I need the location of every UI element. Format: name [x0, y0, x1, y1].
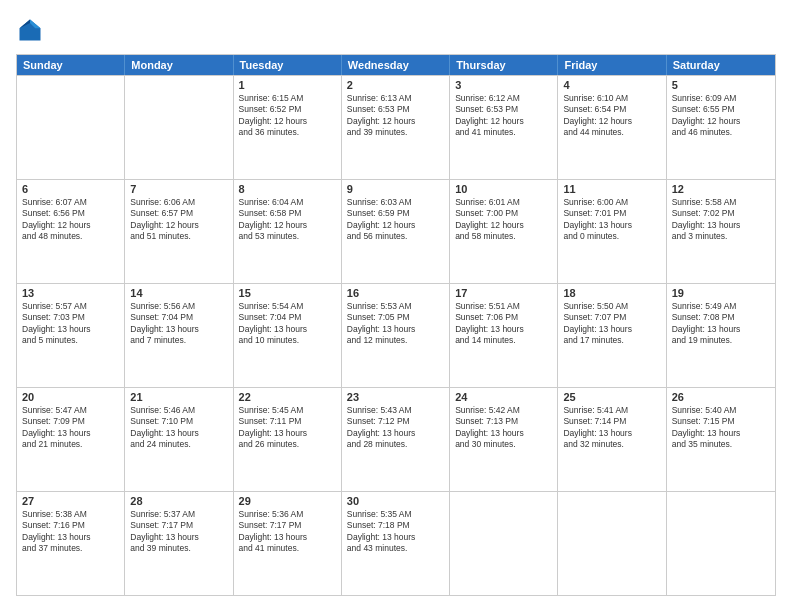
day-content: Sunrise: 5:49 AM Sunset: 7:08 PM Dayligh…	[672, 301, 770, 347]
day-content: Sunrise: 5:43 AM Sunset: 7:12 PM Dayligh…	[347, 405, 444, 451]
day-content: Sunrise: 5:47 AM Sunset: 7:09 PM Dayligh…	[22, 405, 119, 451]
day-number: 17	[455, 287, 552, 299]
day-number: 14	[130, 287, 227, 299]
week-row-4: 20Sunrise: 5:47 AM Sunset: 7:09 PM Dayli…	[17, 387, 775, 491]
day-number: 25	[563, 391, 660, 403]
empty-cell	[667, 492, 775, 595]
calendar-body: 1Sunrise: 6:15 AM Sunset: 6:52 PM Daylig…	[17, 75, 775, 595]
week-row-2: 6Sunrise: 6:07 AM Sunset: 6:56 PM Daylig…	[17, 179, 775, 283]
day-cell-26: 26Sunrise: 5:40 AM Sunset: 7:15 PM Dayli…	[667, 388, 775, 491]
day-cell-1: 1Sunrise: 6:15 AM Sunset: 6:52 PM Daylig…	[234, 76, 342, 179]
day-number: 29	[239, 495, 336, 507]
header-day-friday: Friday	[558, 55, 666, 75]
day-content: Sunrise: 5:40 AM Sunset: 7:15 PM Dayligh…	[672, 405, 770, 451]
day-cell-23: 23Sunrise: 5:43 AM Sunset: 7:12 PM Dayli…	[342, 388, 450, 491]
day-cell-12: 12Sunrise: 5:58 AM Sunset: 7:02 PM Dayli…	[667, 180, 775, 283]
day-content: Sunrise: 6:00 AM Sunset: 7:01 PM Dayligh…	[563, 197, 660, 243]
day-cell-4: 4Sunrise: 6:10 AM Sunset: 6:54 PM Daylig…	[558, 76, 666, 179]
day-number: 20	[22, 391, 119, 403]
day-cell-2: 2Sunrise: 6:13 AM Sunset: 6:53 PM Daylig…	[342, 76, 450, 179]
day-number: 10	[455, 183, 552, 195]
day-number: 4	[563, 79, 660, 91]
day-content: Sunrise: 6:10 AM Sunset: 6:54 PM Dayligh…	[563, 93, 660, 139]
day-number: 6	[22, 183, 119, 195]
day-number: 23	[347, 391, 444, 403]
empty-cell	[558, 492, 666, 595]
calendar: SundayMondayTuesdayWednesdayThursdayFrid…	[16, 54, 776, 596]
day-cell-28: 28Sunrise: 5:37 AM Sunset: 7:17 PM Dayli…	[125, 492, 233, 595]
week-row-1: 1Sunrise: 6:15 AM Sunset: 6:52 PM Daylig…	[17, 75, 775, 179]
day-number: 24	[455, 391, 552, 403]
header-day-sunday: Sunday	[17, 55, 125, 75]
day-number: 15	[239, 287, 336, 299]
day-number: 2	[347, 79, 444, 91]
day-number: 19	[672, 287, 770, 299]
day-cell-25: 25Sunrise: 5:41 AM Sunset: 7:14 PM Dayli…	[558, 388, 666, 491]
day-content: Sunrise: 5:36 AM Sunset: 7:17 PM Dayligh…	[239, 509, 336, 555]
day-content: Sunrise: 6:01 AM Sunset: 7:00 PM Dayligh…	[455, 197, 552, 243]
day-cell-16: 16Sunrise: 5:53 AM Sunset: 7:05 PM Dayli…	[342, 284, 450, 387]
day-cell-8: 8Sunrise: 6:04 AM Sunset: 6:58 PM Daylig…	[234, 180, 342, 283]
day-cell-3: 3Sunrise: 6:12 AM Sunset: 6:53 PM Daylig…	[450, 76, 558, 179]
day-cell-9: 9Sunrise: 6:03 AM Sunset: 6:59 PM Daylig…	[342, 180, 450, 283]
day-cell-22: 22Sunrise: 5:45 AM Sunset: 7:11 PM Dayli…	[234, 388, 342, 491]
day-number: 8	[239, 183, 336, 195]
day-content: Sunrise: 5:54 AM Sunset: 7:04 PM Dayligh…	[239, 301, 336, 347]
day-content: Sunrise: 5:51 AM Sunset: 7:06 PM Dayligh…	[455, 301, 552, 347]
day-number: 5	[672, 79, 770, 91]
day-content: Sunrise: 6:12 AM Sunset: 6:53 PM Dayligh…	[455, 93, 552, 139]
day-number: 9	[347, 183, 444, 195]
day-cell-21: 21Sunrise: 5:46 AM Sunset: 7:10 PM Dayli…	[125, 388, 233, 491]
day-content: Sunrise: 5:50 AM Sunset: 7:07 PM Dayligh…	[563, 301, 660, 347]
calendar-header: SundayMondayTuesdayWednesdayThursdayFrid…	[17, 55, 775, 75]
day-cell-27: 27Sunrise: 5:38 AM Sunset: 7:16 PM Dayli…	[17, 492, 125, 595]
empty-cell	[125, 76, 233, 179]
header-day-wednesday: Wednesday	[342, 55, 450, 75]
day-cell-7: 7Sunrise: 6:06 AM Sunset: 6:57 PM Daylig…	[125, 180, 233, 283]
header	[16, 16, 776, 44]
day-cell-11: 11Sunrise: 6:00 AM Sunset: 7:01 PM Dayli…	[558, 180, 666, 283]
day-cell-14: 14Sunrise: 5:56 AM Sunset: 7:04 PM Dayli…	[125, 284, 233, 387]
day-cell-13: 13Sunrise: 5:57 AM Sunset: 7:03 PM Dayli…	[17, 284, 125, 387]
day-number: 16	[347, 287, 444, 299]
day-content: Sunrise: 5:45 AM Sunset: 7:11 PM Dayligh…	[239, 405, 336, 451]
day-content: Sunrise: 6:13 AM Sunset: 6:53 PM Dayligh…	[347, 93, 444, 139]
day-content: Sunrise: 5:41 AM Sunset: 7:14 PM Dayligh…	[563, 405, 660, 451]
day-cell-6: 6Sunrise: 6:07 AM Sunset: 6:56 PM Daylig…	[17, 180, 125, 283]
logo-icon	[16, 16, 44, 44]
day-cell-5: 5Sunrise: 6:09 AM Sunset: 6:55 PM Daylig…	[667, 76, 775, 179]
day-number: 12	[672, 183, 770, 195]
day-number: 1	[239, 79, 336, 91]
logo	[16, 16, 48, 44]
header-day-thursday: Thursday	[450, 55, 558, 75]
page: SundayMondayTuesdayWednesdayThursdayFrid…	[0, 0, 792, 612]
day-content: Sunrise: 5:57 AM Sunset: 7:03 PM Dayligh…	[22, 301, 119, 347]
day-content: Sunrise: 6:15 AM Sunset: 6:52 PM Dayligh…	[239, 93, 336, 139]
day-content: Sunrise: 5:42 AM Sunset: 7:13 PM Dayligh…	[455, 405, 552, 451]
day-content: Sunrise: 5:58 AM Sunset: 7:02 PM Dayligh…	[672, 197, 770, 243]
day-cell-20: 20Sunrise: 5:47 AM Sunset: 7:09 PM Dayli…	[17, 388, 125, 491]
day-content: Sunrise: 6:06 AM Sunset: 6:57 PM Dayligh…	[130, 197, 227, 243]
day-content: Sunrise: 5:35 AM Sunset: 7:18 PM Dayligh…	[347, 509, 444, 555]
day-content: Sunrise: 6:09 AM Sunset: 6:55 PM Dayligh…	[672, 93, 770, 139]
day-number: 26	[672, 391, 770, 403]
day-cell-17: 17Sunrise: 5:51 AM Sunset: 7:06 PM Dayli…	[450, 284, 558, 387]
day-cell-19: 19Sunrise: 5:49 AM Sunset: 7:08 PM Dayli…	[667, 284, 775, 387]
day-content: Sunrise: 5:56 AM Sunset: 7:04 PM Dayligh…	[130, 301, 227, 347]
day-number: 11	[563, 183, 660, 195]
day-number: 13	[22, 287, 119, 299]
week-row-5: 27Sunrise: 5:38 AM Sunset: 7:16 PM Dayli…	[17, 491, 775, 595]
day-content: Sunrise: 6:04 AM Sunset: 6:58 PM Dayligh…	[239, 197, 336, 243]
day-content: Sunrise: 6:07 AM Sunset: 6:56 PM Dayligh…	[22, 197, 119, 243]
day-number: 27	[22, 495, 119, 507]
day-cell-15: 15Sunrise: 5:54 AM Sunset: 7:04 PM Dayli…	[234, 284, 342, 387]
day-number: 30	[347, 495, 444, 507]
header-day-tuesday: Tuesday	[234, 55, 342, 75]
day-number: 18	[563, 287, 660, 299]
empty-cell	[450, 492, 558, 595]
week-row-3: 13Sunrise: 5:57 AM Sunset: 7:03 PM Dayli…	[17, 283, 775, 387]
header-day-saturday: Saturday	[667, 55, 775, 75]
day-number: 7	[130, 183, 227, 195]
day-content: Sunrise: 5:53 AM Sunset: 7:05 PM Dayligh…	[347, 301, 444, 347]
day-number: 28	[130, 495, 227, 507]
